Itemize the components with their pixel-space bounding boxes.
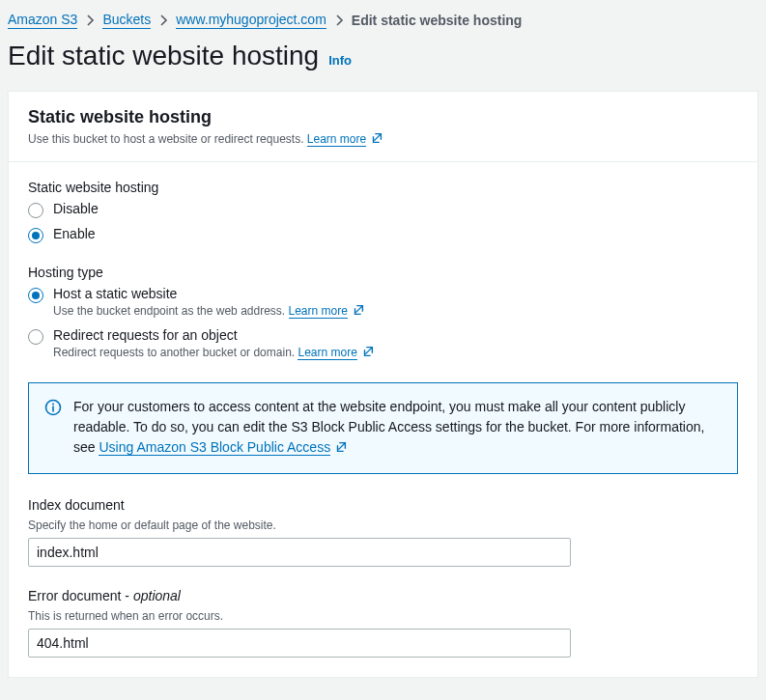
error-document-field: Error document - optional This is return… (28, 588, 738, 658)
notice-text: For your customers to access content at … (73, 397, 722, 460)
radio-host-static-label: Host a static website (53, 286, 365, 301)
breadcrumb-bucket[interactable]: www.myhugoproject.com (176, 12, 326, 29)
breadcrumb-current: Edit static website hosting (352, 13, 523, 28)
radio-host-static-desc: Use the bucket endpoint as the web addre… (53, 303, 365, 320)
page-title: Edit static website hosting (8, 41, 319, 71)
external-link-icon (361, 345, 375, 361)
radio-disable-label: Disable (53, 201, 99, 216)
radio-icon (28, 288, 43, 303)
radio-host-static-desc-text: Use the bucket endpoint as the web addre… (53, 304, 285, 318)
learn-more-link[interactable]: Learn more (298, 346, 356, 360)
svg-rect-2 (52, 406, 54, 412)
chevron-right-icon (334, 14, 344, 27)
breadcrumb: Amazon S3 Buckets www.myhugoproject.com … (0, 0, 766, 33)
index-document-label: Index document (28, 497, 738, 513)
radio-disable[interactable]: Disable (28, 201, 738, 218)
settings-panel: Static website hosting Use this bucket t… (8, 91, 758, 678)
info-icon (44, 399, 62, 460)
index-document-field: Index document Specify the home or defau… (28, 497, 738, 567)
error-document-label: Error document - optional (28, 588, 738, 603)
hosting-label: Static website hosting (28, 180, 738, 195)
radio-icon (28, 203, 43, 218)
public-access-notice: For your customers to access content at … (28, 382, 738, 474)
external-link-icon (352, 303, 365, 320)
external-link-icon (334, 439, 348, 460)
block-public-access-link[interactable]: Using Amazon S3 Block Public Access (99, 439, 330, 456)
info-link[interactable]: Info (328, 53, 352, 68)
panel-title: Static website hosting (28, 107, 738, 127)
chevron-right-icon (158, 14, 168, 27)
external-link-icon (370, 131, 383, 148)
radio-host-static[interactable]: Host a static website Use the bucket end… (28, 286, 738, 320)
error-document-label-main: Error document - (28, 588, 133, 603)
radio-icon (28, 228, 43, 243)
radio-redirect-label: Redirect requests for an object (53, 327, 375, 343)
radio-redirect-desc-text: Redirect requests to another bucket or d… (53, 346, 295, 359)
hosting-toggle-group: Static website hosting Disable Enable (28, 180, 738, 243)
learn-more-link[interactable]: Learn more (307, 132, 366, 147)
learn-more-link[interactable]: Learn more (289, 304, 348, 319)
error-document-input[interactable] (28, 629, 571, 658)
chevron-right-icon (85, 14, 95, 27)
error-document-label-optional: optional (133, 588, 181, 603)
radio-enable-label: Enable (53, 226, 96, 241)
panel-header: Static website hosting Use this bucket t… (9, 92, 757, 162)
radio-enable[interactable]: Enable (28, 226, 738, 243)
svg-point-1 (52, 404, 54, 406)
radio-icon (28, 329, 43, 345)
index-document-desc: Specify the home or default page of the … (28, 518, 738, 532)
breadcrumb-buckets[interactable]: Buckets (102, 12, 151, 29)
error-document-desc: This is returned when an error occurs. (28, 609, 738, 623)
radio-redirect-desc: Redirect requests to another bucket or d… (53, 345, 375, 361)
panel-subtitle-text: Use this bucket to host a website or red… (28, 132, 303, 146)
panel-subtitle: Use this bucket to host a website or red… (28, 131, 738, 148)
breadcrumb-s3[interactable]: Amazon S3 (8, 12, 77, 29)
hosting-type-group: Hosting type Host a static website Use t… (28, 265, 738, 361)
radio-redirect[interactable]: Redirect requests for an object Redirect… (28, 327, 738, 361)
index-document-input[interactable] (28, 538, 571, 567)
hosting-type-label: Hosting type (28, 265, 738, 280)
